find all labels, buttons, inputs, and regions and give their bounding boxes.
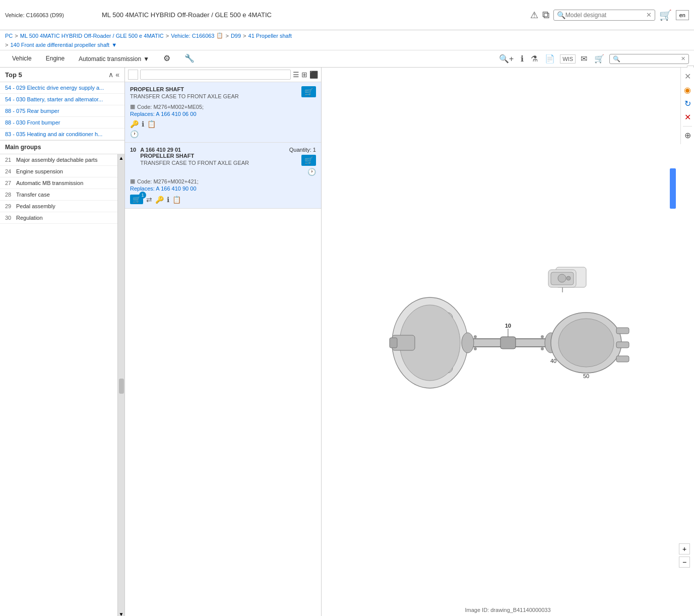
svg-point-28 xyxy=(566,276,571,280)
part-1-badge-cart: 🛒 1 xyxy=(130,195,143,204)
top5-items: 54 - 029 Electric drive energy supply a.… xyxy=(0,82,124,141)
top5-item-0[interactable]: 54 - 029 Electric drive energy supply a.… xyxy=(0,82,124,94)
svg-point-6 xyxy=(462,333,474,353)
part-0-key-btn[interactable]: 🔑 xyxy=(130,120,139,128)
tab-vehicle[interactable]: Vehicle xyxy=(5,52,39,66)
breadcrumb-pc[interactable]: PC xyxy=(5,33,13,39)
svg-rect-8 xyxy=(500,337,516,349)
svg-rect-15 xyxy=(616,328,629,334)
sidebar-scrollbar-wrapper: 21 Major assembly detachable parts 24 En… xyxy=(0,154,124,616)
main-group-21[interactable]: 21 Major assembly detachable parts xyxy=(0,154,117,166)
part-0-code: Code: M276+M002+ME05; xyxy=(137,104,204,110)
mail-icon[interactable]: ✉ xyxy=(579,52,589,66)
part-0-replaces[interactable]: Replaces: A 166 410 06 00 xyxy=(130,111,316,117)
part-1-qty: Quantity: 1 xyxy=(289,147,316,153)
part-0-actions: 🔑 ℹ 📋 xyxy=(130,120,316,128)
part-1-cart-btn[interactable]: 🛒 xyxy=(301,155,316,166)
zoom-out-btn[interactable]: − xyxy=(679,557,690,568)
top5-item-3[interactable]: 88 - 030 Front bumper xyxy=(0,117,124,129)
svg-point-14 xyxy=(558,319,614,367)
cart-add-icon[interactable]: 🛒 xyxy=(659,9,672,21)
doc-icon[interactable]: 📄 xyxy=(543,52,557,66)
part-1-clock-btn[interactable]: 🕐 xyxy=(307,168,316,176)
alert-icon[interactable]: ⚠ xyxy=(530,10,538,21)
breadcrumb-model[interactable]: ML 500 4MATIC HYBRID Off-Roader / GLE 50… xyxy=(20,33,164,39)
list-view-btn[interactable]: ☰ xyxy=(293,71,299,79)
toolbar-search-icon: 🔍 xyxy=(613,55,620,63)
search-clear-btn[interactable]: ✕ xyxy=(646,11,652,19)
main-group-24[interactable]: 24 Engine suspension xyxy=(0,166,117,177)
copy-vehicle-icon[interactable]: 📋 xyxy=(216,32,223,39)
scroll-thumb[interactable] xyxy=(119,379,124,394)
image-tool-1[interactable]: ◉ xyxy=(683,84,692,96)
part-1-key-btn[interactable]: 🔑 xyxy=(155,196,164,204)
svg-rect-4 xyxy=(390,338,397,348)
close-panel-btn[interactable]: ✕ xyxy=(683,71,692,82)
breadcrumb-propeller[interactable]: 41 Propeller shaft xyxy=(248,33,292,39)
part-1-doc-btn[interactable]: 📋 xyxy=(172,196,181,204)
wis-icon[interactable]: WIS xyxy=(560,54,576,64)
scroll-down-btn[interactable]: ▼ xyxy=(118,610,124,616)
part-1-info-btn[interactable]: ℹ xyxy=(167,196,169,204)
part-0-info-btn[interactable]: ℹ xyxy=(142,120,144,128)
wrench-icon-btn[interactable]: 🔧 xyxy=(177,50,202,67)
tab-engine[interactable]: Engine xyxy=(39,52,72,66)
part-1-number: A 166 410 29 01 xyxy=(140,147,249,153)
part-0-name: PROPELLER SHAFT xyxy=(130,86,239,92)
scroll-up-btn[interactable]: ▲ xyxy=(118,154,124,162)
main-group-30[interactable]: 30 Regulation xyxy=(0,212,117,224)
breadcrumb-dropdown-btn[interactable]: ▼ xyxy=(111,42,117,48)
top5-item-1[interactable]: 54 - 030 Battery, starter and alternator… xyxy=(0,94,124,105)
filter-icon[interactable]: ⚗ xyxy=(529,52,540,66)
collapse-all-btn[interactable]: « xyxy=(115,71,119,79)
toolbar-search-input[interactable] xyxy=(620,55,681,63)
expand-btn[interactable]: ⬛ xyxy=(309,71,318,79)
center-checkbox[interactable] xyxy=(128,70,138,80)
chevron-down-icon: ▼ xyxy=(143,55,149,63)
cart-icon[interactable]: 🛒 xyxy=(592,52,606,66)
tab-automatic-transmission[interactable]: Automatic transmission ▼ xyxy=(72,52,156,66)
toolbar-search-clear[interactable]: ✕ xyxy=(681,55,685,62)
center-search-input[interactable] xyxy=(140,70,291,80)
zoom-in-btn[interactable]: + xyxy=(679,543,690,555)
toolbar-right-icons: 🔍+ ℹ ⚗ 📄 WIS ✉ 🛒 🔍 ✕ xyxy=(497,52,689,66)
copy-icon[interactable]: ⧉ xyxy=(542,9,549,21)
image-tool-close2[interactable]: ✕ xyxy=(683,111,692,123)
top5-item-2[interactable]: 88 - 075 Rear bumper xyxy=(0,105,124,117)
part-1-pos: 10 xyxy=(130,147,136,153)
info-icon[interactable]: ℹ xyxy=(519,52,526,66)
toolbar-search-box: 🔍 ✕ xyxy=(609,54,689,64)
svg-text:50: 50 xyxy=(583,373,589,379)
main-group-29[interactable]: 29 Pedal assembly xyxy=(0,201,117,212)
part-1-replaces[interactable]: Replaces: A 166 410 90 00 xyxy=(130,186,316,192)
svg-rect-16 xyxy=(616,342,629,348)
part-item-0: PROPELLER SHAFT TRANSFER CASE TO FRONT A… xyxy=(125,82,321,143)
svg-point-27 xyxy=(558,274,566,282)
lang-button[interactable]: en xyxy=(676,10,689,20)
grid-icon-1: ▦ xyxy=(130,178,135,184)
settings-icon-btn[interactable]: ⚙ xyxy=(156,50,177,67)
top5-item-4[interactable]: 83 - 035 Heating and air conditioner h..… xyxy=(0,129,124,140)
header-search-input[interactable] xyxy=(565,12,646,19)
image-tool-settings[interactable]: ⊕ xyxy=(683,130,692,141)
grid-icon-0: ▦ xyxy=(130,103,135,110)
vehicle-label: Vehicle: C166063 (D99) xyxy=(5,12,96,18)
breadcrumb-front-axle[interactable]: 140 Front axle differential propeller sh… xyxy=(10,42,109,48)
header-search-box: 🔍 ✕ xyxy=(553,10,655,21)
clock-btn-0[interactable]: 🕐 xyxy=(130,130,139,138)
part-0-header: PROPELLER SHAFT TRANSFER CASE TO FRONT A… xyxy=(130,86,316,101)
image-tool-rotate[interactable]: ↻ xyxy=(683,98,692,109)
part-0-doc-btn[interactable]: 📋 xyxy=(147,120,156,128)
sidebar-scrollbar: ▲ ▼ xyxy=(117,154,124,616)
main-group-28[interactable]: 28 Transfer case xyxy=(0,189,117,201)
part-1-arrows-btn[interactable]: ⇄ xyxy=(146,196,152,204)
toolbar-row: Vehicle Engine Automatic transmission ▼ … xyxy=(0,50,694,68)
grid-view-btn[interactable]: ⊞ xyxy=(301,71,307,79)
breadcrumb-vehicle[interactable]: Vehicle: C166063 xyxy=(171,33,214,39)
part-0-cart-btn[interactable]: 🛒 xyxy=(301,86,316,97)
breadcrumb-d99[interactable]: D99 xyxy=(231,33,241,39)
collapse-up-btn[interactable]: ∧ xyxy=(108,71,113,79)
zoom-in-icon[interactable]: 🔍+ xyxy=(497,52,516,66)
main-group-27[interactable]: 27 Automatic MB transmission xyxy=(0,177,117,189)
part-diagram-svg: 100 10 40 50 xyxy=(387,262,629,423)
